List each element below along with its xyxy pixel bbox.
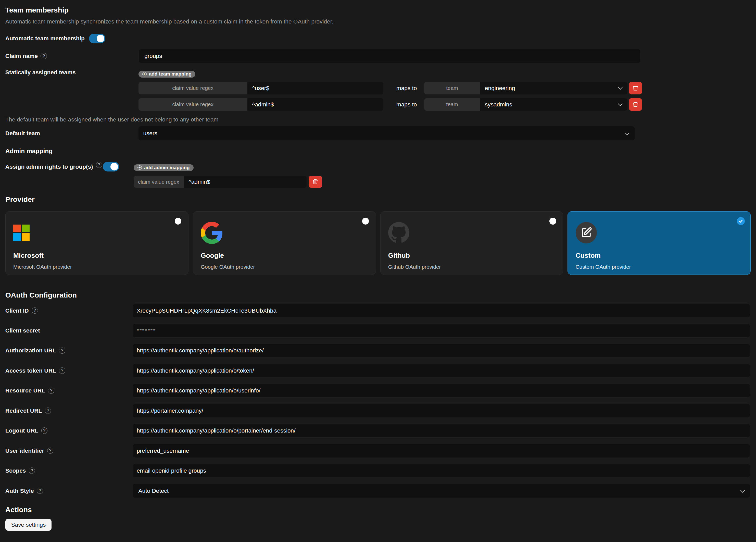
assign-admin-rights-toggle[interactable] — [103, 162, 119, 171]
user-identifier-help-icon[interactable] — [47, 448, 54, 454]
authorization-url-help-icon[interactable] — [59, 348, 65, 354]
radio-unselected-icon[interactable] — [362, 218, 369, 224]
team-select[interactable]: sysadmins — [480, 98, 627, 111]
github-logo-icon — [388, 222, 409, 243]
default-team-select[interactable]: users — [138, 126, 635, 140]
auth-style-label: Auth Style — [5, 487, 34, 494]
oauth-configuration-title: OAuth Configuration — [5, 291, 751, 299]
team-prefix: team — [424, 82, 480, 94]
assign-admin-rights-label: Assign admin rights to group(s) — [5, 163, 93, 170]
chevron-down-icon — [618, 85, 623, 90]
radio-unselected-icon[interactable] — [175, 218, 181, 224]
delete-team-mapping-button[interactable] — [629, 82, 642, 94]
claim-name-help-icon[interactable] — [41, 53, 47, 59]
resource-url-input[interactable] — [133, 384, 750, 398]
provider-card-custom[interactable]: Custom Custom OAuth provider — [568, 211, 751, 275]
provider-card-title: Google — [201, 251, 368, 259]
user-identifier-label: User identifier — [5, 447, 44, 454]
provider-card-description: Github OAuth provider — [388, 264, 555, 270]
claim-value-regex-input[interactable] — [184, 176, 307, 188]
resource-url-label: Resource URL — [5, 387, 45, 394]
provider-card-title: Custom — [576, 251, 743, 259]
claim-value-regex-prefix: claim value regex — [138, 98, 247, 111]
claim-name-label: Claim name — [5, 53, 38, 59]
provider-card-description: Custom OAuth provider — [576, 264, 743, 270]
scopes-input[interactable] — [133, 464, 750, 478]
plus-icon — [137, 165, 142, 170]
maps-to-label: maps to — [396, 101, 417, 108]
scopes-help-icon[interactable] — [29, 468, 35, 474]
trash-icon — [312, 179, 319, 185]
client-secret-row: Client secret — [5, 324, 751, 338]
chevron-down-icon — [625, 130, 629, 135]
delete-team-mapping-button[interactable] — [629, 98, 642, 111]
logout-url-input[interactable] — [133, 424, 750, 438]
access-token-url-row: Access token URL — [5, 364, 751, 378]
auth-style-row: Auth Style Auto Detect — [5, 484, 751, 498]
automatic-team-membership-row: Automatic team membership — [5, 34, 751, 43]
team-mapping-row: claim value regex maps to team engineeri… — [138, 82, 642, 94]
claim-value-regex-input[interactable] — [247, 98, 383, 111]
selected-check-icon — [737, 217, 745, 225]
provider-card-microsoft[interactable]: Microsoft Microsoft OAuth provider — [5, 211, 188, 275]
authorization-url-row: Authorization URL — [5, 344, 751, 358]
assign-admin-rights-help-icon[interactable] — [96, 162, 102, 168]
team-prefix: team — [424, 98, 480, 111]
provider-title: Provider — [5, 195, 751, 204]
logout-url-row: Logout URL — [5, 424, 751, 438]
redirect-url-label: Redirect URL — [5, 407, 42, 414]
team-select[interactable]: engineering — [480, 82, 627, 94]
trash-icon — [632, 85, 639, 91]
toggle-knob — [97, 35, 104, 42]
delete-admin-mapping-button[interactable] — [309, 176, 322, 188]
edit-icon — [581, 227, 592, 238]
admin-mapping-title: Admin mapping — [5, 147, 751, 155]
default-team-note: The default team will be assigned when t… — [5, 116, 751, 123]
authorization-url-label: Authorization URL — [5, 347, 56, 354]
access-token-url-help-icon[interactable] — [59, 368, 65, 374]
add-admin-mapping-button[interactable]: add admin mapping — [134, 164, 194, 171]
admin-rights-row: Assign admin rights to group(s) add admi… — [5, 162, 751, 188]
chevron-down-icon — [618, 101, 623, 106]
automatic-team-membership-label: Automatic team membership — [5, 35, 85, 42]
add-team-mapping-button[interactable]: add team mapping — [138, 71, 196, 77]
redirect-url-help-icon[interactable] — [45, 408, 51, 414]
user-identifier-input[interactable] — [133, 444, 750, 458]
authorization-url-input[interactable] — [133, 344, 750, 358]
claim-value-regex-input[interactable] — [247, 82, 383, 94]
automatic-team-membership-toggle[interactable] — [89, 34, 105, 43]
provider-card-github[interactable]: Github Github OAuth provider — [380, 211, 563, 275]
statically-assigned-teams-label: Statically assigned teams — [5, 69, 76, 76]
logout-url-help-icon[interactable] — [41, 427, 48, 434]
claim-name-input[interactable] — [138, 49, 641, 63]
claim-value-regex-prefix: claim value regex — [138, 82, 247, 94]
provider-card-description: Microsoft OAuth provider — [13, 264, 180, 270]
claim-name-row: Claim name — [5, 49, 751, 63]
trash-icon — [632, 101, 639, 108]
auth-style-help-icon[interactable] — [37, 488, 43, 494]
scopes-row: Scopes — [5, 464, 751, 478]
redirect-url-input[interactable] — [133, 404, 750, 418]
team-membership-title: Team membership — [5, 6, 751, 14]
save-settings-button[interactable]: Save settings — [5, 519, 52, 531]
access-token-url-input[interactable] — [133, 364, 750, 378]
redirect-url-row: Redirect URL — [5, 404, 751, 418]
user-identifier-row: User identifier — [5, 444, 751, 458]
chevron-down-icon — [740, 488, 745, 493]
maps-to-label: maps to — [396, 85, 417, 92]
provider-card-description: Google OAuth provider — [201, 264, 368, 270]
auth-style-select[interactable]: Auto Detect — [133, 484, 750, 498]
client-id-help-icon[interactable] — [32, 308, 38, 314]
logout-url-label: Logout URL — [5, 427, 39, 434]
client-secret-input[interactable] — [133, 324, 750, 338]
client-id-input[interactable] — [133, 304, 750, 318]
resource-url-help-icon[interactable] — [48, 388, 54, 394]
team-membership-description: Automatic team membership synchronizes t… — [5, 18, 751, 25]
default-team-label: Default team — [5, 130, 40, 137]
client-id-label: Client ID — [5, 307, 29, 314]
radio-unselected-icon[interactable] — [549, 218, 556, 224]
client-id-row: Client ID — [5, 304, 751, 318]
access-token-url-label: Access token URL — [5, 367, 56, 374]
provider-card-google[interactable]: Google Google OAuth provider — [193, 211, 376, 275]
client-secret-label: Client secret — [5, 327, 40, 334]
